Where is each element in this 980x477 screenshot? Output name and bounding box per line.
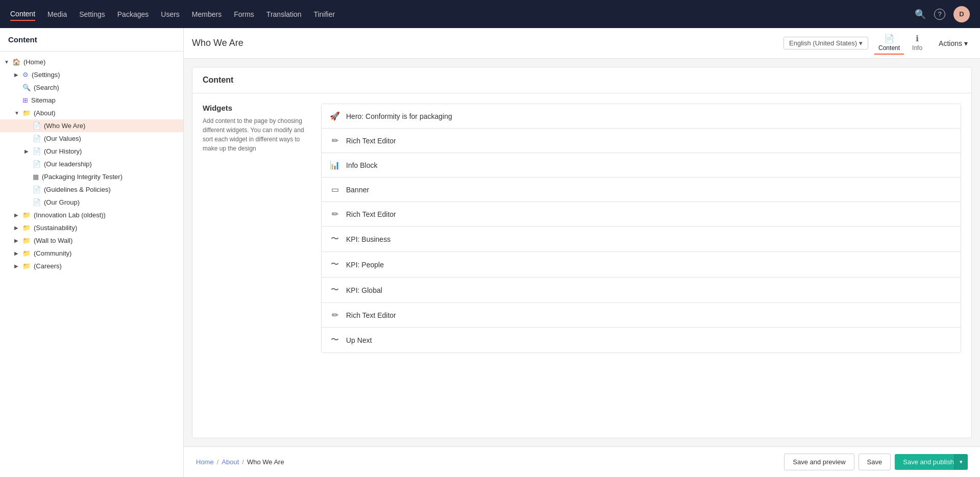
widgets-desc: Add content to the page by choosing diff… <box>203 116 305 153</box>
sidebar-item-careers[interactable]: ▶📁(Careers) <box>0 260 183 272</box>
right-panel: English (United States) ▾ 📄ContentℹInfo … <box>184 28 980 477</box>
content-area: Content Widgets Add content to the page … <box>184 59 980 446</box>
tree-toggle-innovation-lab[interactable]: ▶ <box>14 212 22 218</box>
sidebar-item-community[interactable]: ▶📁(Community) <box>0 247 183 260</box>
nav-item-settings[interactable]: Settings <box>79 8 105 20</box>
tab-info[interactable]: ℹInfo <box>908 32 926 55</box>
tab-info-label: Info <box>912 44 922 52</box>
tree-node-icon-careers: 📁 <box>22 262 31 270</box>
widget-item-hero[interactable]: 🚀Hero: Conformity is for packaging <box>322 104 961 129</box>
tree-node-icon-guidelines: 📄 <box>33 186 41 193</box>
widget-label-kpi-business: KPI: Business <box>346 235 390 243</box>
sidebar-item-innovation-lab[interactable]: ▶📁(Innovation Lab (oldest)) <box>0 209 183 221</box>
widget-label-rich-text-2: Rich Text Editor <box>346 210 396 218</box>
tree-node-icon-wall-to-wall: 📁 <box>22 237 31 244</box>
widget-label-kpi-global: KPI: Global <box>346 286 382 294</box>
actions-button[interactable]: Actions ▾ <box>935 37 972 49</box>
tree-toggle-home[interactable]: ▼ <box>4 59 12 65</box>
sidebar-item-sustainability[interactable]: ▶📁(Sustainability) <box>0 221 183 234</box>
save-and-publish-group: Save and publish ▾ <box>895 454 968 470</box>
sidebar-item-sitemap[interactable]: ⊞Sitemap <box>0 94 183 107</box>
save-and-preview-button[interactable]: Save and preview <box>784 454 854 470</box>
bottom-bar: Home/About/Who We Are Save and preview S… <box>184 446 980 477</box>
sidebar-item-our-group[interactable]: 📄(Our Group) <box>0 196 183 209</box>
page-tabs: 📄ContentℹInfo <box>874 32 926 55</box>
tree-node-label-home: (Home) <box>23 58 45 66</box>
widget-label-info-block: Info Block <box>346 161 377 169</box>
nav-item-users[interactable]: Users <box>161 8 180 20</box>
sidebar-item-guidelines[interactable]: 📄(Guidelines & Policies) <box>0 183 183 196</box>
save-and-publish-dropdown-button[interactable]: ▾ <box>954 454 968 470</box>
sidebar-tree: ▼🏠(Home)▶⚙(Settings)🔍(Search)⊞Sitemap▼📁(… <box>0 52 183 477</box>
tree-node-icon-home: 🏠 <box>12 58 20 66</box>
search-icon[interactable]: 🔍 <box>915 9 926 20</box>
widgets-list: 🚀Hero: Conformity is for packaging✏Rich … <box>321 104 961 353</box>
widget-item-info-block[interactable]: 📊Info Block <box>322 153 961 178</box>
tree-toggle-wall-to-wall[interactable]: ▶ <box>14 238 22 243</box>
widget-item-rich-text-2[interactable]: ✏Rich Text Editor <box>322 202 961 227</box>
sidebar-item-our-values[interactable]: 📄(Our Values) <box>0 132 183 145</box>
sidebar-item-home[interactable]: ▼🏠(Home) <box>0 56 183 68</box>
actions-dropdown-icon: ▾ <box>964 39 968 47</box>
nav-item-packages[interactable]: Packages <box>117 8 149 20</box>
sidebar-item-our-history[interactable]: ▶📄(Our History) <box>0 145 183 158</box>
tree-node-label-our-group: (Our Group) <box>44 198 80 206</box>
widget-item-banner[interactable]: ▭Banner <box>322 178 961 202</box>
widget-item-kpi-people[interactable]: 〜KPI: People <box>322 252 961 278</box>
tree-node-label-our-values: (Our Values) <box>44 135 81 142</box>
nav-item-forms[interactable]: Forms <box>234 8 254 20</box>
tree-toggle-about[interactable]: ▼ <box>14 110 22 116</box>
tree-node-label-about: (About) <box>34 109 56 117</box>
widget-item-kpi-business[interactable]: 〜KPI: Business <box>322 227 961 252</box>
nav-item-tinifier[interactable]: Tinifier <box>314 8 335 20</box>
page-title-input[interactable] <box>192 38 777 48</box>
nav-item-members[interactable]: Members <box>192 8 222 20</box>
tree-node-label-our-leadership: (Our leadership) <box>44 160 92 168</box>
widget-item-kpi-global[interactable]: 〜KPI: Global <box>322 278 961 303</box>
top-navigation: ContentMediaSettingsPackagesUsersMembers… <box>0 0 980 28</box>
tree-toggle-our-history[interactable]: ▶ <box>24 148 33 154</box>
tab-content-icon: 📄 <box>884 34 894 43</box>
widgets-title: Widgets <box>203 104 305 112</box>
sidebar-item-our-leadership[interactable]: 📄(Our leadership) <box>0 158 183 170</box>
widget-item-rich-text-3[interactable]: ✏Rich Text Editor <box>322 303 961 328</box>
sidebar-item-settings[interactable]: ▶⚙(Settings) <box>0 68 183 81</box>
widget-icon-banner: ▭ <box>330 185 340 194</box>
breadcrumb-link-home[interactable]: Home <box>196 458 214 466</box>
tree-node-icon-our-leadership: 📄 <box>33 160 41 168</box>
language-selector[interactable]: English (United States) ▾ <box>783 37 868 49</box>
content-panel-body: Widgets Add content to the page by choos… <box>192 93 971 363</box>
tree-toggle-careers[interactable]: ▶ <box>14 263 22 269</box>
nav-item-media[interactable]: Media <box>47 8 67 20</box>
sidebar-item-who-we-are[interactable]: 📄(Who We Are) <box>0 119 183 132</box>
nav-item-content[interactable]: Content <box>10 8 35 21</box>
help-icon[interactable]: ? <box>934 9 945 20</box>
tab-content[interactable]: 📄Content <box>874 32 904 55</box>
breadcrumb-link-about[interactable]: About <box>222 458 239 466</box>
tree-node-label-careers: (Careers) <box>34 262 62 270</box>
tree-node-label-sustainability: (Sustainability) <box>34 224 77 232</box>
content-panel: Content Widgets Add content to the page … <box>192 67 972 438</box>
nav-item-translation[interactable]: Translation <box>266 8 302 20</box>
save-button[interactable]: Save <box>859 454 891 470</box>
tree-node-icon-our-history: 📄 <box>33 147 41 155</box>
nav-items: ContentMediaSettingsPackagesUsersMembers… <box>10 8 335 21</box>
sidebar-item-wall-to-wall[interactable]: ▶📁(Wall to Wall) <box>0 234 183 247</box>
save-and-publish-button[interactable]: Save and publish <box>895 454 954 470</box>
sidebar-item-about[interactable]: ▼📁(About) <box>0 107 183 119</box>
tree-node-label-guidelines: (Guidelines & Policies) <box>44 186 111 193</box>
tree-node-icon-sitemap: ⊞ <box>22 96 28 104</box>
tree-node-icon-our-group: 📄 <box>33 198 41 206</box>
widget-item-up-next[interactable]: 〜Up Next <box>322 328 961 353</box>
tree-toggle-community[interactable]: ▶ <box>14 250 22 256</box>
tree-toggle-sustainability[interactable]: ▶ <box>14 225 22 231</box>
sidebar-item-search[interactable]: 🔍(Search) <box>0 81 183 94</box>
sidebar-item-packaging-integrity[interactable]: ▦(Packaging Integrity Tester) <box>0 170 183 183</box>
tree-node-icon-innovation-lab: 📁 <box>22 211 31 219</box>
tree-node-label-our-history: (Our History) <box>44 147 82 155</box>
widget-item-rich-text-1[interactable]: ✏Rich Text Editor <box>322 129 961 153</box>
widget-icon-hero: 🚀 <box>330 111 340 121</box>
tree-toggle-settings[interactable]: ▶ <box>14 72 22 78</box>
actions-label: Actions <box>939 39 962 47</box>
avatar[interactable]: D <box>953 6 970 22</box>
